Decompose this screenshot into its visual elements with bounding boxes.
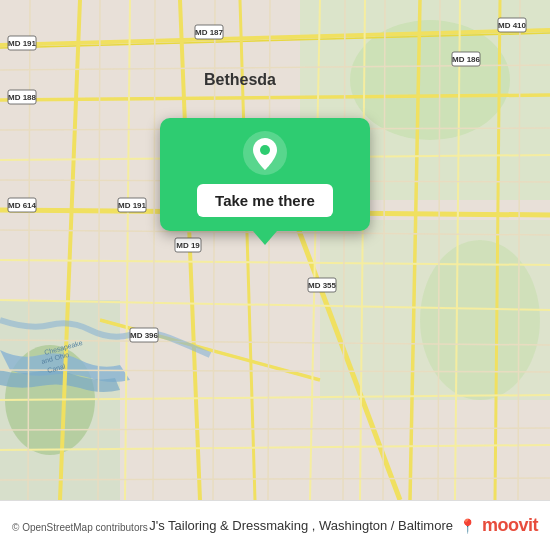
- svg-text:MD 410: MD 410: [498, 21, 527, 30]
- popup-card[interactable]: Take me there: [160, 118, 370, 231]
- location-name: J's Tailoring & Dressmaking: [149, 518, 308, 533]
- map-svg: MD 191 MD 187 MD 410 MD 186 MD 188 MD 19…: [0, 0, 550, 500]
- svg-point-69: [260, 145, 270, 155]
- svg-text:MD 191: MD 191: [8, 39, 37, 48]
- svg-text:MD 191: MD 191: [118, 201, 147, 210]
- pin-emoji: 📍: [459, 518, 476, 534]
- attribution-text: © OpenStreetMap contributors: [12, 517, 148, 535]
- region-name: Washington / Baltimore: [319, 518, 453, 533]
- popup-triangle: [253, 231, 277, 245]
- bottom-bar: © OpenStreetMap contributors J's Tailori…: [0, 500, 550, 550]
- map-container: MD 191 MD 187 MD 410 MD 186 MD 188 MD 19…: [0, 0, 550, 500]
- svg-text:MD 188: MD 188: [8, 93, 37, 102]
- svg-text:MD 396: MD 396: [130, 331, 159, 340]
- take-me-there-button[interactable]: Take me there: [197, 184, 333, 217]
- moovit-logo: moovit: [482, 515, 538, 536]
- region-separator: ,: [312, 518, 319, 533]
- svg-text:Bethesda: Bethesda: [204, 71, 276, 88]
- svg-text:MD 614: MD 614: [8, 201, 37, 210]
- svg-text:MD 19: MD 19: [176, 241, 200, 250]
- svg-text:MD 187: MD 187: [195, 28, 224, 37]
- svg-text:MD 186: MD 186: [452, 55, 481, 64]
- brand-section: J's Tailoring & Dressmaking , Washington…: [149, 515, 538, 536]
- svg-text:MD 355: MD 355: [308, 281, 337, 290]
- location-pin-icon: [242, 130, 288, 176]
- location-label: J's Tailoring & Dressmaking , Washington…: [149, 518, 453, 533]
